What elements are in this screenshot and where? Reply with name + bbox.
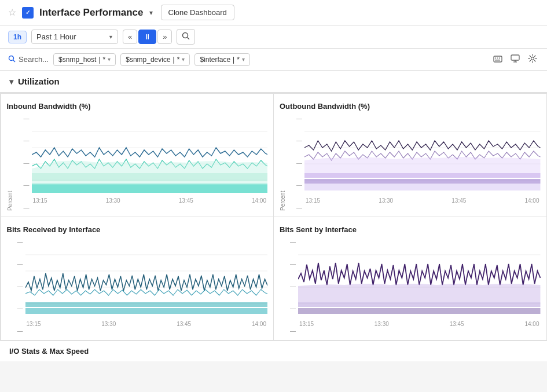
search-label[interactable]: Search... (19, 55, 49, 64)
svg-rect-5 (495, 58, 496, 59)
dashboard-title: Interface Performance (39, 7, 144, 19)
inbound-y-ticks: — — — — — (16, 115, 32, 211)
toolbar: 1h Past 1 Hour « ⏸ » (0, 25, 547, 49)
chart-title-bits-sent: Bits Sent by Interface (280, 225, 541, 234)
svg-line-1 (188, 38, 190, 40)
search-wrap[interactable]: Search... (8, 55, 49, 64)
gear-icon (528, 54, 537, 63)
utilization-section-header: ▾ Utilization (0, 71, 547, 93)
bits-received-x-ticks: 13:15 13:30 13:45 14:00 (25, 321, 268, 327)
chip-label: $interface (200, 56, 230, 64)
bits-sent-svg (298, 239, 541, 320)
svg-rect-7 (499, 58, 500, 59)
chip-value: * (177, 56, 180, 64)
svg-line-3 (13, 60, 16, 62)
io-stats-section: I/O Stats & Max Speed (0, 340, 547, 361)
svg-rect-25 (304, 184, 541, 190)
svg-point-0 (183, 33, 188, 38)
svg-rect-37 (298, 302, 541, 307)
header: ☆ ✓ Interface Performance ▾ Clone Dashbo… (0, 0, 547, 25)
outbound-chart-area: Percent — — — — — (280, 115, 541, 211)
svg-rect-17 (32, 184, 268, 193)
svg-point-2 (9, 56, 14, 60)
io-stats-title: I/O Stats & Max Speed (9, 347, 89, 356)
svg-rect-30 (25, 308, 268, 314)
chip-label: $snmp_device (126, 56, 170, 64)
inbound-y-label: Percent (7, 115, 13, 211)
bits-received-chart-body: 13:15 13:30 13:45 14:00 (25, 239, 268, 334)
title-caret-icon[interactable]: ▾ (149, 9, 153, 17)
time-range-select-wrap[interactable]: Past 1 Hour (31, 30, 118, 44)
filter-chip-snmp-host[interactable]: $snmp_host | * ▾ (53, 53, 116, 66)
inbound-chart-area: Percent — — — — — (7, 115, 268, 211)
rewind-button[interactable]: « (123, 30, 137, 44)
chip-sep: | (233, 56, 234, 64)
chip-value: * (103, 56, 106, 64)
chip-caret-icon: ▾ (108, 56, 111, 63)
svg-rect-36 (298, 308, 541, 314)
bits-sent-y-ticks: — — — — — (282, 239, 298, 334)
outbound-chart-body: 13:15 13:30 13:45 14:00 (304, 115, 541, 211)
outbound-bandwidth-panel: Outbound Bandwidth (%) Percent — — — — — (273, 93, 547, 217)
filter-bar: Search... $snmp_host | * ▾ $snmp_device … (0, 49, 547, 71)
app-logo: ✓ (22, 7, 34, 19)
bits-sent-chart-area: — — — — — (280, 239, 541, 334)
clone-dashboard-button[interactable]: Clone Dashboard (161, 5, 234, 20)
inbound-x-ticks: 13:15 13:30 13:45 14:00 (32, 197, 268, 204)
chip-value: * (237, 56, 240, 64)
svg-rect-23 (304, 179, 541, 184)
bits-received-svg (25, 239, 268, 320)
star-icon[interactable]: ☆ (8, 7, 16, 18)
filter-chip-snmp-device[interactable]: $snmp_device | * ▾ (120, 53, 190, 66)
zoom-icon (182, 32, 190, 40)
time-range-select[interactable]: Past 1 Hour (31, 30, 118, 44)
monitor-button[interactable] (509, 53, 522, 66)
time-badge: 1h (8, 31, 27, 43)
chip-caret-icon: ▾ (242, 56, 245, 63)
inbound-chart-svg (32, 115, 268, 196)
svg-rect-31 (25, 302, 268, 307)
section-toggle-icon[interactable]: ▾ (9, 77, 13, 86)
toolbar-right (491, 52, 539, 67)
bits-sent-panel: Bits Sent by Interface — — — — — (273, 217, 547, 340)
keyboard-icon (493, 56, 502, 63)
charts-grid: Inbound Bandwidth (%) Percent — — — — — (0, 93, 547, 340)
outbound-x-ticks: 13:15 13:30 13:45 14:00 (304, 197, 541, 204)
monitor-icon (511, 54, 520, 63)
search-icon (8, 55, 16, 64)
outbound-chart-svg (304, 115, 541, 196)
pause-button[interactable]: ⏸ (138, 30, 156, 44)
bits-received-panel: Bits Received by Interface — — — — — (1, 217, 274, 340)
svg-rect-9 (511, 55, 519, 60)
chip-sep: | (98, 56, 100, 64)
chart-title-outbound: Outbound Bandwidth (%) (280, 102, 541, 111)
bits-sent-chart-body: 13:15 13:30 13:45 14:00 (298, 239, 541, 334)
filter-chip-interface[interactable]: $interface | * ▾ (194, 53, 250, 66)
outbound-y-label: Percent (280, 115, 286, 211)
chart-title-inbound: Inbound Bandwidth (%) (7, 102, 268, 111)
nav-controls: « ⏸ » (123, 30, 172, 44)
svg-rect-8 (495, 60, 500, 61)
chip-label: $snmp_host (58, 56, 96, 64)
svg-rect-4 (494, 56, 502, 62)
bits-received-y-ticks: — — — — — (9, 239, 25, 334)
outbound-y-ticks: — — — — — (288, 115, 304, 211)
keyboard-button[interactable] (491, 53, 504, 66)
inbound-chart-body: 13:15 13:30 13:45 14:00 (32, 115, 268, 211)
chart-title-bits-received: Bits Received by Interface (7, 225, 268, 234)
chip-caret-icon: ▾ (182, 56, 185, 63)
chip-sep: | (173, 56, 175, 64)
main-content: ▾ Utilization Inbound Bandwidth (%) Perc… (0, 71, 547, 361)
forward-button[interactable]: » (157, 30, 172, 44)
settings-button[interactable] (526, 52, 539, 67)
section-title: Utilization (18, 76, 60, 86)
bits-received-chart-area: — — — — — (7, 239, 268, 334)
inbound-bandwidth-panel: Inbound Bandwidth (%) Percent — — — — — (1, 93, 274, 217)
zoom-button[interactable] (177, 29, 195, 45)
bits-sent-x-ticks: 13:15 13:30 13:45 14:00 (298, 321, 541, 327)
svg-point-12 (531, 57, 534, 60)
svg-rect-6 (497, 58, 498, 59)
